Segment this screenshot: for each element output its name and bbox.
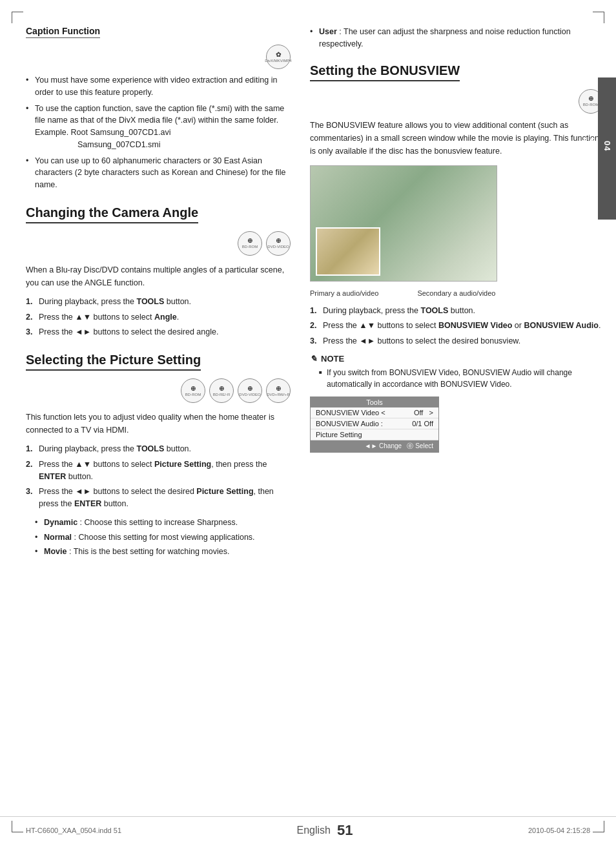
bonusview-labels: Primary a audio/video Secondary a audio/… xyxy=(310,289,603,297)
picture-setting-steps: 1.During playback, press the TOOLS butto… xyxy=(26,443,291,510)
english-label: English xyxy=(297,825,331,836)
dvdvideo-icon-2: ⊕ DVD-VIDEO xyxy=(238,378,262,403)
picture-sub-bullets: Dynamic : Choose this setting to increas… xyxy=(26,517,291,558)
picture-setting-intro: This function lets you to adjust video q… xyxy=(26,411,291,437)
page-footer: HT-C6600_XAA_0504.indd 51 English 51 201… xyxy=(0,816,616,844)
camera-angle-icons: ⊕ BD-ROM ⊕ DVD-VIDEO xyxy=(26,231,291,256)
caption-bullet-2: To use the caption function, save the ca… xyxy=(26,103,291,151)
note-item-1: If you switch from BONUSVIEW Video, BONU… xyxy=(319,367,603,390)
note-list: If you switch from BONUSVIEW Video, BONU… xyxy=(310,367,603,390)
bonusview-step-1: 1.During playback, press the TOOLS butto… xyxy=(310,305,603,317)
tools-menu-header: Tools xyxy=(311,397,438,407)
page-wrapper: 04 BasicFunctions Caption Function ✿ Div… xyxy=(0,0,616,844)
tools-row-1-value: Off > xyxy=(414,409,433,417)
tools-row-1: BONUSVIEW Video < Off > xyxy=(311,407,438,418)
dvdrw-icon: ⊕ DVD+RW/+R xyxy=(266,378,291,403)
bonusview-intro: The BONUSVIEW feature allows you to view… xyxy=(310,119,603,158)
tools-row-2-value: 0/1 Off xyxy=(412,420,433,427)
picture-dynamic: Dynamic : Choose this setting to increas… xyxy=(35,517,291,529)
bonusview-step-3: 3.Press the ◄► buttons to select the des… xyxy=(310,335,603,347)
chapter-side-tab: 04 BasicFunctions xyxy=(598,77,616,220)
camera-angle-section: Changing the Camera Angle ⊕ BD-ROM ⊕ DVD… xyxy=(26,205,291,338)
corner-mark-tr xyxy=(593,12,604,23)
secondary-label: Secondary a audio/video xyxy=(417,289,495,297)
footer-right: 2010-05-04 2:15:28 xyxy=(528,827,590,834)
tools-row-3-label: Picture Setting xyxy=(316,431,362,438)
corner-mark-tl xyxy=(12,12,23,23)
tools-menu-screenshot: Tools BONUSVIEW Video < Off > BONUSVIEW … xyxy=(310,396,439,453)
footer-left: HT-C6600_XAA_0504.indd 51 xyxy=(26,827,121,834)
bdrom-icon-1: ⊕ BD-ROM xyxy=(238,231,262,256)
primary-label: Primary a audio/video xyxy=(310,289,378,297)
bonusview-section: Setting the BONUSVIEW ⊕ BD-ROM The BONUS… xyxy=(310,63,603,453)
picture-setting-icons: ⊕ BD-ROM ⊕ BD-RE/-R ⊕ DVD-VIDEO ⊕ DVD+RW… xyxy=(26,378,291,403)
caption-divx-icon: ✿ DivX/MKV/MP4 xyxy=(266,45,291,69)
content-area: Caption Function ✿ DivX/MKV/MP4 You must… xyxy=(0,0,616,816)
caption-bullet-3: You can use up to 60 alphanumeric charac… xyxy=(26,155,291,191)
camera-angle-steps: 1.During playback, press the TOOLS butto… xyxy=(26,296,291,338)
tools-row-2: BONUSVIEW Audio : 0/1 Off xyxy=(311,418,438,429)
bdrer-icon: ⊕ BD-RE/-R xyxy=(209,378,234,403)
camera-angle-intro: When a Blu-ray Disc/DVD contains multipl… xyxy=(26,263,291,289)
bonusview-secondary-box xyxy=(316,227,380,276)
corner-mark-bl xyxy=(12,821,23,832)
picture-normal: Normal : Choose this setting for most vi… xyxy=(35,531,291,544)
chapter-title: BasicFunctions xyxy=(582,126,597,172)
note-block: ✎ NOTE If you switch from BONUSVIEW Vide… xyxy=(310,354,603,390)
tools-row-3: Picture Setting xyxy=(311,429,438,440)
chapter-number: 04 xyxy=(602,141,612,151)
picture-setting-title: Selecting the Picture Setting xyxy=(26,353,201,371)
bonusview-image xyxy=(310,165,497,282)
caption-function-title: Caption Function xyxy=(26,26,100,38)
picture-step-2: 2.Press the ▲▼ buttons to select Picture… xyxy=(26,458,291,483)
camera-angle-title: Changing the Camera Angle xyxy=(26,205,198,223)
camera-step-1: 1.During playback, press the TOOLS butto… xyxy=(26,296,291,308)
caption-bullets: You must have some experience with video… xyxy=(26,74,291,191)
note-title: ✎ NOTE xyxy=(310,354,603,364)
picture-setting-section: Selecting the Picture Setting ⊕ BD-ROM ⊕… xyxy=(26,353,291,558)
page-number: 51 xyxy=(337,822,353,839)
camera-step-2: 2.Press the ▲▼ buttons to select Angle. xyxy=(26,311,291,324)
caption-function-section: Caption Function ✿ DivX/MKV/MP4 You must… xyxy=(26,26,291,191)
tools-row-1-label: BONUSVIEW Video < xyxy=(316,409,385,417)
right-column: User : The user can adjust the sharpness… xyxy=(303,26,603,803)
bonusview-step-2: 2.Press the ▲▼ buttons to select BONUSVI… xyxy=(310,320,603,332)
picture-movie: Movie : This is the best setting for wat… xyxy=(35,546,291,558)
picture-step-1: 1.During playback, press the TOOLS butto… xyxy=(26,443,291,455)
note-label: NOTE xyxy=(321,354,344,364)
user-bullet-list: User : The user can adjust the sharpness… xyxy=(310,26,603,50)
tools-row-2-label: BONUSVIEW Audio : xyxy=(316,420,383,427)
tools-menu-footer: ◄► Change ⓔ Select xyxy=(311,440,438,452)
bonusview-steps: 1.During playback, press the TOOLS butto… xyxy=(310,305,603,347)
camera-step-3: 3.Press the ◄► buttons to select the des… xyxy=(26,326,291,338)
note-icon: ✎ xyxy=(310,354,317,364)
corner-mark-br xyxy=(593,821,604,832)
caption-bullet-1: You must have some experience with video… xyxy=(26,74,291,99)
bdrom-icon-2: ⊕ BD-ROM xyxy=(181,378,205,403)
user-bullet: User : The user can adjust the sharpness… xyxy=(310,26,603,50)
dvdvideo-icon-1: ⊕ DVD-VIDEO xyxy=(266,231,291,256)
left-column: Caption Function ✿ DivX/MKV/MP4 You must… xyxy=(26,26,303,803)
bonusview-title: Setting the BONUSVIEW xyxy=(310,63,460,81)
picture-step-3: 3.Press the ◄► buttons to select the des… xyxy=(26,486,291,510)
